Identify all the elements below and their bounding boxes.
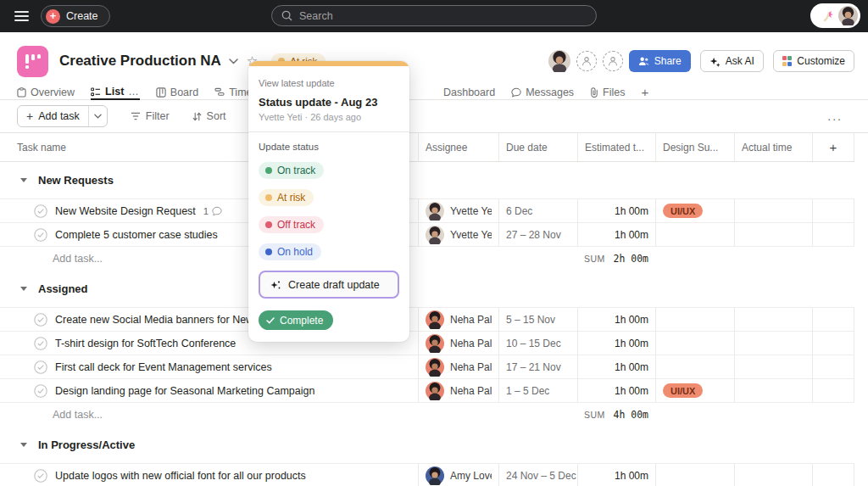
avatar[interactable] (548, 50, 570, 72)
status-option-on-hold[interactable]: On hold (259, 243, 321, 260)
status-dot-icon (265, 194, 272, 201)
create-draft-update-button[interactable]: Create draft update (259, 271, 399, 299)
section-name[interactable]: Assigned (38, 282, 88, 295)
add-column-button[interactable]: + (812, 133, 854, 161)
sort-button[interactable]: Sort (192, 110, 226, 122)
share-button[interactable]: Share (629, 50, 691, 72)
check-circle-icon[interactable] (34, 384, 47, 398)
task-name-cell[interactable]: Design landing page for Seasonal Marketi… (0, 379, 418, 402)
task-title[interactable]: Update logos with new official font for … (55, 470, 306, 482)
customize-button[interactable]: Customize (773, 50, 854, 72)
column-header-due-date[interactable]: Due date (498, 133, 577, 161)
due-date-cell[interactable]: 10 – 15 Dec (498, 332, 577, 355)
due-date-cell[interactable]: 1 – 5 Dec (498, 379, 577, 402)
design-subtype-cell[interactable] (655, 308, 734, 331)
due-date-cell[interactable]: 27 – 28 Nov (498, 223, 577, 246)
estimated-time-cell[interactable]: 1h 00m (577, 223, 655, 246)
tab-overview[interactable]: Overview (17, 85, 75, 99)
filter-icon (131, 112, 141, 120)
assignee-cell[interactable]: Yvette Yeti (418, 223, 498, 246)
design-subtype-cell[interactable] (655, 223, 734, 246)
assignee-cell[interactable]: Neha Pallavi (418, 379, 498, 402)
assignee-cell[interactable]: Neha Pallavi (418, 355, 498, 378)
design-subtype-cell[interactable] (655, 355, 734, 378)
add-task-button[interactable]: + Add task (17, 105, 108, 127)
ask-ai-button[interactable]: Ask AI (700, 50, 764, 72)
estimated-time-cell[interactable]: 1h 00m (577, 464, 655, 486)
chevron-down-icon[interactable] (229, 59, 238, 64)
actual-time-cell[interactable] (734, 223, 812, 246)
check-circle-icon[interactable] (34, 337, 47, 350)
actual-time-cell[interactable] (734, 379, 812, 402)
status-option-off-track[interactable]: Off track (259, 216, 324, 233)
section-collapse-icon[interactable] (20, 287, 27, 291)
add-task-dropdown[interactable] (88, 106, 107, 126)
assignee-cell[interactable]: Amy Love (418, 464, 498, 486)
check-circle-icon[interactable] (34, 360, 47, 374)
design-subtype-cell[interactable] (655, 332, 734, 355)
column-header-actual-time[interactable]: Actual time (734, 133, 812, 161)
add-tab-button[interactable]: + (642, 85, 649, 99)
section-collapse-icon[interactable] (20, 443, 27, 447)
assignee-cell[interactable]: Neha Pallavi (418, 332, 498, 355)
actual-time-cell[interactable] (734, 308, 812, 331)
estimated-time-cell[interactable]: 1h 00m (577, 308, 655, 331)
actual-time-cell[interactable] (734, 199, 812, 222)
create-button[interactable]: + Create (41, 5, 110, 27)
status-option-on-track[interactable]: On track (259, 162, 324, 179)
section-name[interactable]: New Requests (38, 174, 114, 187)
invite-member-icon[interactable] (576, 51, 597, 71)
avatar (426, 226, 444, 244)
due-date-cell[interactable]: 6 Dec (498, 199, 577, 222)
view-latest-update-link[interactable]: View latest update (259, 78, 399, 88)
estimated-time-cell[interactable]: 1h 00m (577, 199, 655, 222)
tab-board[interactable]: Board (156, 85, 198, 99)
filter-button[interactable]: Filter (131, 110, 170, 122)
due-date-cell[interactable]: 5 – 15 Nov (498, 308, 577, 331)
search-input[interactable]: Search (271, 5, 597, 26)
task-title[interactable]: New Website Design Request (55, 205, 196, 217)
section-name[interactable]: In Progress/Active (38, 439, 135, 451)
estimated-time-cell[interactable]: 1h 00m (577, 379, 655, 402)
tab-messages[interactable]: Messages (511, 85, 574, 99)
task-title[interactable]: Complete 5 customer case studies (55, 229, 218, 241)
assignee-cell[interactable]: Neha Pallavi (418, 308, 498, 331)
due-date-cell[interactable]: 24 Nov – 5 Dec (498, 464, 577, 486)
add-task-inline[interactable]: Add task... (0, 403, 418, 427)
design-subtype-cell[interactable] (655, 464, 734, 486)
task-title[interactable]: Design landing page for Seasonal Marketi… (55, 385, 314, 397)
complete-status-option[interactable]: Complete (259, 310, 333, 330)
hamburger-menu-icon[interactable] (14, 11, 29, 21)
estimated-time-cell[interactable]: 1h 00m (577, 332, 655, 355)
check-circle-icon[interactable] (34, 313, 47, 327)
due-date-cell[interactable]: 17 – 21 Nov (498, 355, 577, 378)
task-title[interactable]: First call deck for Event Management ser… (55, 361, 272, 373)
task-name-cell[interactable]: First call deck for Event Management ser… (0, 355, 418, 378)
task-name-cell[interactable]: Update logos with new official font for … (0, 464, 418, 486)
design-subtype-cell[interactable]: UI/UX (655, 199, 734, 222)
toolbar-overflow-button[interactable]: ... (827, 109, 843, 123)
column-header-assignee[interactable]: Assignee (418, 133, 498, 161)
actual-time-cell[interactable] (734, 332, 812, 355)
invite-member-icon[interactable] (603, 51, 623, 71)
section-collapse-icon[interactable] (20, 178, 27, 182)
tab-dashboard[interactable]: Dashboard (443, 85, 495, 99)
check-circle-icon[interactable] (34, 469, 47, 483)
design-subtype-cell[interactable]: UI/UX (655, 379, 734, 402)
column-header-estimated-time[interactable]: Estimated t... (577, 133, 655, 161)
assignee-cell[interactable]: Yvette Yeti (418, 199, 498, 222)
task-title[interactable]: T-shirt design for SoftTech Conference (55, 338, 236, 349)
check-circle-icon[interactable] (34, 204, 47, 218)
check-circle-icon[interactable] (34, 228, 47, 242)
tab-menu-icon[interactable]: … (128, 86, 140, 98)
actual-time-cell[interactable] (734, 355, 812, 378)
tab-files[interactable]: Files (590, 85, 625, 99)
column-header-design-su[interactable]: Design Su... (655, 133, 734, 161)
status-option-at-risk[interactable]: At risk (259, 189, 314, 206)
profile-button[interactable] (810, 3, 860, 28)
tab-list[interactable]: List … (91, 86, 140, 100)
actual-time-cell[interactable] (734, 464, 812, 486)
estimated-time-cell[interactable]: 1h 00m (577, 355, 655, 378)
status-update-title[interactable]: Status update - Aug 23 (259, 96, 399, 109)
project-icon[interactable] (17, 46, 48, 77)
